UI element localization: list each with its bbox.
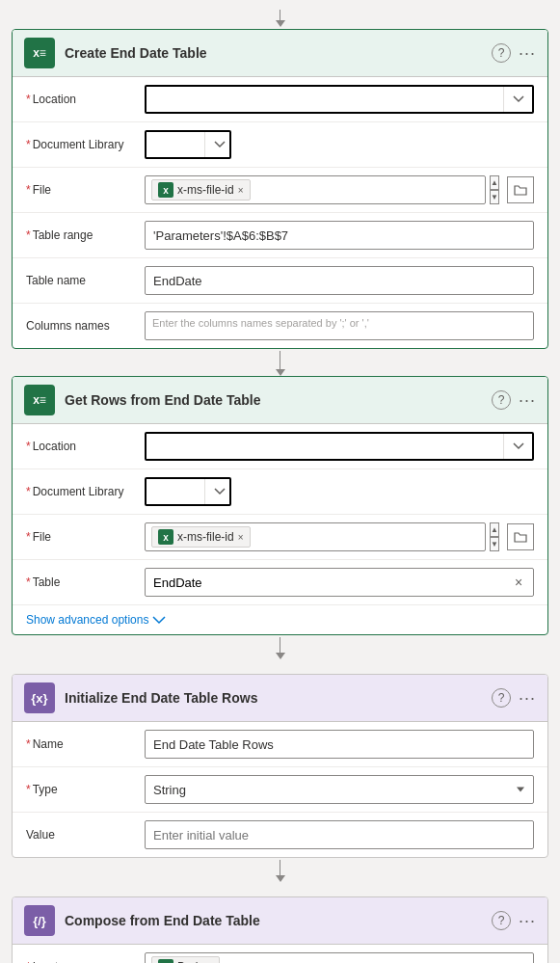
compose-more-options[interactable]: ··· [519, 911, 536, 931]
initialize-name-label: *Name [26, 737, 137, 751]
get-rows-file-tag-input[interactable]: x x-ms-file-id × [145, 522, 486, 551]
get-rows-file-tag-icon: x [158, 529, 173, 545]
get-rows-card: x≡ Get Rows from End Date Table ? ··· *L… [12, 376, 548, 635]
compose-inputs-tag: x Body × [151, 956, 220, 963]
get-rows-doc-library-control [145, 477, 534, 506]
initialize-rows-title: Initialize End Date Table Rows [65, 690, 482, 706]
get-rows-table-clear-btn[interactable]: × [504, 569, 533, 596]
table-name-input[interactable] [145, 266, 534, 295]
location-input-wrapper[interactable] [145, 85, 534, 114]
get-rows-doc-library-caret[interactable] [204, 479, 233, 504]
file-label-1: *File [26, 183, 137, 197]
compose-help-icon[interactable]: ? [492, 911, 511, 930]
get-rows-doc-library-wrapper[interactable] [145, 477, 231, 506]
get-rows-file-row: *File x x-ms-file-id × ▲ ▼ [13, 515, 547, 560]
get-rows-table-input-wrapper[interactable]: × [145, 568, 534, 597]
create-end-date-table-body: *Location *Document Library [13, 77, 547, 348]
table-name-label: Table name [26, 274, 137, 287]
initialize-rows-body: *Name *Type String Value [13, 722, 547, 857]
document-library-label: *Document Library [26, 138, 137, 151]
initialize-type-select[interactable]: String [145, 775, 534, 804]
connector-3 [12, 860, 548, 896]
show-advanced-options[interactable]: Show advanced options [13, 605, 547, 634]
initialize-type-label: *Type [26, 783, 137, 796]
document-library-control [145, 130, 534, 159]
location-input[interactable] [147, 93, 503, 107]
get-rows-location-input[interactable] [147, 440, 503, 454]
compose-header: {/} Compose from End Date Table ? ··· [13, 897, 547, 945]
columns-names-control: Enter the columns names separated by ';'… [145, 311, 534, 340]
initialize-type-control: String [145, 775, 534, 804]
create-end-date-table-title: Create End Date Table [65, 45, 482, 61]
initialize-name-control [145, 730, 534, 759]
initialize-value-control [145, 820, 534, 849]
help-icon[interactable]: ? [492, 43, 511, 63]
initialize-rows-header: {x} Initialize End Date Table Rows ? ··· [13, 675, 547, 722]
file-tag-text-1: x-ms-file-id [177, 183, 234, 197]
get-rows-table-row: *Table × [13, 560, 547, 605]
file-folder-btn-1[interactable] [507, 176, 534, 203]
table-range-input[interactable] [145, 221, 534, 250]
connector-2 [12, 637, 548, 674]
get-rows-location-caret[interactable] [503, 434, 532, 459]
get-rows-table-label: *Table [26, 575, 137, 589]
get-rows-table-input[interactable] [146, 575, 504, 590]
document-library-dropdown-caret[interactable] [204, 132, 233, 157]
initialize-name-row: *Name [13, 722, 547, 767]
get-rows-help-icon[interactable]: ? [492, 390, 511, 410]
initialize-name-input[interactable] [145, 730, 534, 759]
get-rows-doc-library-input[interactable] [147, 485, 204, 499]
show-advanced-label: Show advanced options [26, 613, 148, 627]
get-rows-excel-icon: x≡ [24, 385, 55, 415]
location-label: *Location [26, 93, 137, 106]
document-library-input-wrapper[interactable] [145, 130, 231, 159]
file-control-1: x x-ms-file-id × ▲ ▼ [145, 175, 534, 204]
columns-names-input[interactable] [145, 311, 534, 340]
more-options-button[interactable]: ··· [519, 43, 536, 64]
compose-body: *Inputs x Body × [13, 945, 547, 963]
file-stepper-down-1[interactable]: ▼ [490, 190, 499, 204]
initialize-value-label: Value [26, 828, 137, 842]
file-tag-input-1[interactable]: x x-ms-file-id × [145, 175, 486, 204]
get-rows-doc-library-row: *Document Library [13, 469, 547, 515]
get-rows-more-options[interactable]: ··· [519, 390, 536, 411]
get-rows-file-stepper-down[interactable]: ▼ [490, 537, 499, 551]
compose-card: {/} Compose from End Date Table ? ··· *I… [12, 896, 548, 963]
file-stepper-up-1[interactable]: ▲ [490, 175, 499, 190]
compose-icon: {/} [24, 905, 55, 936]
table-range-control [145, 221, 534, 250]
get-rows-file-folder-btn[interactable] [507, 523, 534, 550]
table-range-label: *Table range [26, 228, 137, 242]
get-rows-location-input-wrapper[interactable] [145, 432, 534, 461]
show-advanced-chevron [152, 615, 166, 625]
create-end-date-table-card: x≡ Create End Date Table ? ··· *Location [12, 29, 548, 349]
location-row: *Location [13, 77, 547, 122]
card-actions: ? ··· [492, 43, 536, 64]
initialize-rows-help-icon[interactable]: ? [492, 688, 511, 708]
compose-inputs-row: *Inputs x Body × [13, 945, 547, 963]
location-dropdown-caret[interactable] [503, 87, 532, 112]
get-rows-file-tag-text: x-ms-file-id [177, 530, 234, 544]
initialize-value-row: Value [13, 813, 547, 857]
document-library-input[interactable] [147, 138, 204, 152]
initialize-type-row: *Type String [13, 767, 547, 813]
connector-1 [12, 351, 548, 376]
get-rows-header: x≡ Get Rows from End Date Table ? ··· [13, 377, 547, 424]
compose-title: Compose from End Date Table [65, 913, 482, 928]
initialize-value-input[interactable] [145, 820, 534, 849]
get-rows-file-stepper-up[interactable]: ▲ [490, 522, 499, 537]
get-rows-location-row: *Location [13, 424, 547, 469]
compose-inputs-tag-input[interactable]: x Body × [145, 952, 534, 963]
initialize-rows-card: {x} Initialize End Date Table Rows ? ···… [12, 674, 548, 858]
initialize-rows-more-options[interactable]: ··· [519, 688, 536, 709]
location-control [145, 85, 534, 114]
get-rows-location-label: *Location [26, 440, 137, 453]
excel-icon: x≡ [24, 38, 55, 68]
get-rows-file-tag-close[interactable]: × [238, 532, 244, 543]
document-library-row: *Document Library [13, 122, 547, 168]
get-rows-table-control: × [145, 568, 534, 597]
table-name-control [145, 266, 534, 295]
file-tag-close-1[interactable]: × [238, 185, 244, 196]
table-name-row: Table name [13, 258, 547, 304]
columns-names-row: Columns names Enter the columns names se… [13, 304, 547, 348]
